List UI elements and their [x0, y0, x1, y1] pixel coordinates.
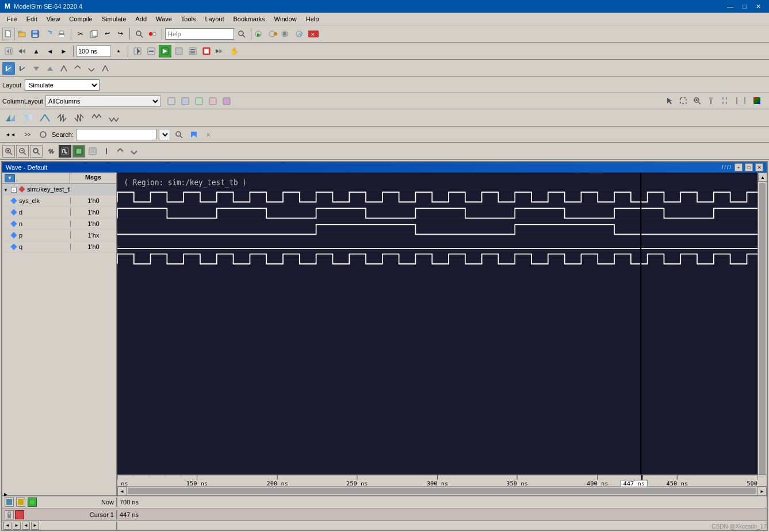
- forward-btn[interactable]: ►: [58, 45, 70, 58]
- color-btn[interactable]: [751, 94, 763, 107]
- back-btn[interactable]: ◄: [44, 45, 56, 58]
- wave-scrollbar-v[interactable]: ▲ ▼: [757, 173, 767, 486]
- sim-btn5[interactable]: ✕: [307, 28, 320, 40]
- marker3-btn[interactable]: [732, 94, 749, 107]
- undo-btn[interactable]: ↩: [101, 28, 113, 40]
- wave-view-btn2[interactable]: [59, 145, 71, 158]
- find-btn[interactable]: [133, 28, 146, 40]
- copy-btn[interactable]: [87, 28, 100, 40]
- wave-view-btn6[interactable]: [114, 145, 127, 158]
- new-btn[interactable]: [2, 28, 15, 40]
- menu-view[interactable]: View: [42, 14, 65, 24]
- menu-wave[interactable]: Wave: [151, 14, 177, 24]
- col-btn3[interactable]: [193, 95, 205, 108]
- signal-group-row[interactable]: ▼ - sim:/key_test_tb/Gr...: [2, 184, 116, 196]
- zoom-in-btn[interactable]: [2, 145, 15, 158]
- signal-row-d[interactable]: d 1'h0: [2, 207, 116, 219]
- marker1-btn[interactable]: [705, 94, 717, 107]
- col-btn5[interactable]: [220, 95, 233, 108]
- signal-row-p[interactable]: p 1'hx: [2, 230, 116, 242]
- col-btn2[interactable]: [179, 95, 192, 108]
- search-input[interactable]: [76, 129, 156, 140]
- col-btn4[interactable]: [206, 95, 219, 108]
- menu-tools[interactable]: Tools: [177, 14, 201, 24]
- search-bm-btn[interactable]: [188, 128, 200, 141]
- signal-options-btn[interactable]: ▼: [5, 174, 15, 182]
- up-btn[interactable]: ▲: [30, 45, 43, 58]
- scroll-right-arrow[interactable]: ►: [757, 487, 767, 495]
- wave-close-btn[interactable]: ✕: [755, 163, 763, 171]
- step-back-btn[interactable]: [16, 45, 29, 58]
- scroll-thumb-h[interactable]: [128, 488, 756, 494]
- sig-tb2[interactable]: [20, 112, 36, 124]
- signal-row-n[interactable]: n 1'h0: [2, 219, 116, 230]
- signal-row-sysclk[interactable]: sys_clk 1'h0: [2, 196, 116, 207]
- cursor-btn[interactable]: [663, 94, 676, 107]
- select-btn[interactable]: [677, 94, 690, 107]
- refresh-btn[interactable]: [42, 28, 55, 40]
- run-btn2[interactable]: [145, 45, 158, 58]
- layout-select[interactable]: Simulate Debug Wave: [25, 79, 100, 91]
- zoom-out-btn[interactable]: [16, 145, 29, 158]
- stop-btn[interactable]: [200, 45, 213, 58]
- wave-tb8[interactable]: [99, 62, 112, 75]
- nav-right-btn[interactable]: ►: [13, 522, 21, 530]
- wave-tb2[interactable]: [16, 62, 29, 75]
- print-btn[interactable]: [55, 28, 68, 40]
- search-go-btn[interactable]: [173, 128, 185, 141]
- wave-tb7[interactable]: [85, 62, 98, 75]
- restart-btn[interactable]: [2, 45, 15, 58]
- menu-window[interactable]: Window: [270, 14, 301, 24]
- menu-add[interactable]: Add: [131, 14, 152, 24]
- nav-left-btn[interactable]: ◄: [3, 522, 12, 530]
- col-layout-select[interactable]: AllColumns NameOnly: [45, 95, 160, 107]
- sig-tb7[interactable]: [106, 112, 122, 124]
- break-btn[interactable]: [146, 28, 159, 40]
- wave-view-btn4[interactable]: [86, 145, 99, 158]
- nav-left2-btn[interactable]: ◄: [22, 522, 30, 530]
- menu-layout[interactable]: Layout: [201, 14, 229, 24]
- redo-btn[interactable]: ↪: [114, 28, 127, 40]
- sim-btn4[interactable]: 🔗: [294, 28, 307, 40]
- cut-btn[interactable]: ✂: [74, 28, 87, 40]
- open-btn[interactable]: [16, 28, 28, 40]
- signal-row-q[interactable]: q 1'h0: [2, 242, 116, 253]
- scroll-up-arrow[interactable]: ▲: [758, 173, 767, 182]
- menu-compile[interactable]: Compile: [64, 14, 97, 24]
- menu-edit[interactable]: Edit: [22, 14, 42, 24]
- maximize-btn[interactable]: □: [739, 3, 750, 10]
- wave-tb3[interactable]: [30, 62, 43, 75]
- break-sim-btn[interactable]: [186, 45, 199, 58]
- sim-btn1[interactable]: ▶: [254, 28, 267, 40]
- next-btn[interactable]: [214, 45, 227, 58]
- wave-tb6[interactable]: [71, 62, 84, 75]
- minimize-btn[interactable]: —: [724, 3, 737, 10]
- sim-btn2[interactable]: [267, 28, 280, 40]
- run-btn4[interactable]: [173, 45, 185, 58]
- sig-tb5[interactable]: [71, 112, 87, 124]
- sim-btn3[interactable]: [281, 28, 293, 40]
- sim-time-input[interactable]: [76, 45, 111, 57]
- zoom-full-btn[interactable]: [30, 145, 43, 158]
- time-up-btn[interactable]: ▲: [112, 45, 125, 58]
- wave-scrollbar-h[interactable]: ◄ ►: [117, 486, 767, 495]
- run-btn1[interactable]: [131, 45, 144, 58]
- col-btn1[interactable]: [165, 95, 178, 108]
- wave-view-btn5[interactable]: [100, 145, 113, 158]
- nav-right2-btn[interactable]: ►: [31, 522, 39, 530]
- search-config-btn[interactable]: [37, 128, 49, 141]
- menu-help[interactable]: Help: [301, 14, 324, 24]
- run-btn3[interactable]: [159, 45, 171, 58]
- search-prev-btn[interactable]: ◄◄: [2, 128, 18, 141]
- wave-view-btn1[interactable]: [45, 145, 58, 158]
- menu-bookmarks[interactable]: Bookmarks: [229, 14, 270, 24]
- sig-tb4[interactable]: [54, 112, 70, 124]
- wave-tb4[interactable]: [44, 62, 56, 75]
- search-type-select[interactable]: ▼: [159, 129, 170, 140]
- sig-tb3[interactable]: [37, 112, 53, 124]
- wave-tb5[interactable]: [58, 62, 70, 75]
- signal-expand-arrow[interactable]: ►: [3, 491, 9, 495]
- search-next-btn[interactable]: >>: [20, 128, 36, 141]
- sig-tb6[interactable]: [89, 112, 105, 124]
- help-search-btn[interactable]: [235, 28, 248, 40]
